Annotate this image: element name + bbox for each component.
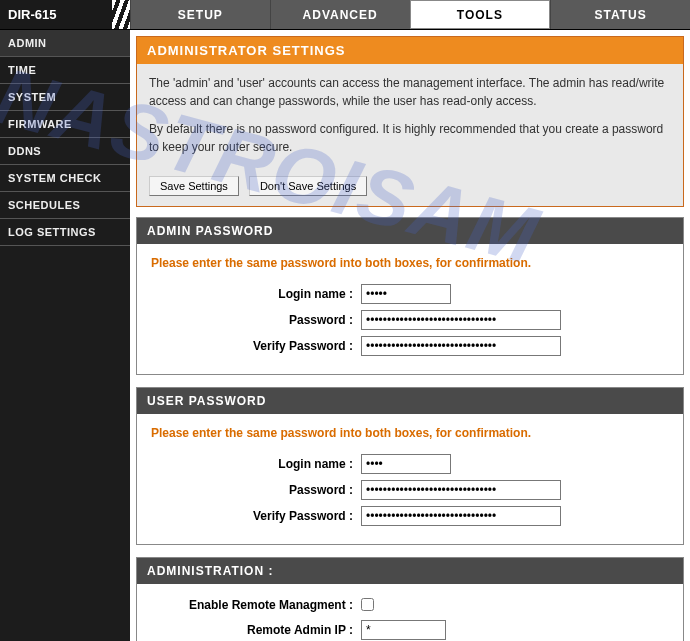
intro-body: The 'admin' and 'user' accounts can acce…	[137, 64, 683, 176]
enable-remote-label: Enable Remote Managment :	[151, 598, 361, 612]
admin-password-title: ADMIN PASSWORD	[137, 218, 683, 244]
user-login-label: Login name :	[151, 457, 361, 471]
admin-password-section: ADMIN PASSWORD Please enter the same pas…	[136, 217, 684, 375]
admin-login-label: Login name :	[151, 287, 361, 301]
sidebar-item-system-check[interactable]: SYSTEM CHECK	[0, 165, 130, 192]
intro-paragraph-1: The 'admin' and 'user' accounts can acce…	[149, 74, 671, 110]
sidebar-item-time[interactable]: TIME	[0, 57, 130, 84]
content: ADMINISTRATOR SETTINGS The 'admin' and '…	[130, 30, 690, 641]
top-bar: DIR-615 SETUP ADVANCED TOOLS STATUS	[0, 0, 690, 30]
admin-password-input[interactable]	[361, 310, 561, 330]
user-password-input[interactable]	[361, 480, 561, 500]
user-verify-input[interactable]	[361, 506, 561, 526]
sidebar-item-log-settings[interactable]: LOG SETTINGS	[0, 219, 130, 246]
remote-ip-input[interactable]	[361, 620, 446, 640]
user-password-section: USER PASSWORD Please enter the same pass…	[136, 387, 684, 545]
sidebar-item-schedules[interactable]: SCHEDULES	[0, 192, 130, 219]
user-password-title: USER PASSWORD	[137, 388, 683, 414]
sidebar-item-admin[interactable]: ADMIN	[0, 30, 130, 57]
sidebar-item-firmware[interactable]: FIRMWARE	[0, 111, 130, 138]
admin-verify-label: Verify Password :	[151, 339, 361, 353]
administration-section: ADMINISTRATION : Enable Remote Managment…	[136, 557, 684, 641]
administration-title: ADMINISTRATION :	[137, 558, 683, 584]
user-login-input[interactable]	[361, 454, 451, 474]
tab-status[interactable]: STATUS	[550, 0, 690, 29]
admin-login-input[interactable]	[361, 284, 451, 304]
user-password-label: Password :	[151, 483, 361, 497]
sidebar-item-system[interactable]: SYSTEM	[0, 84, 130, 111]
tab-setup[interactable]: SETUP	[130, 0, 270, 29]
tab-tools[interactable]: TOOLS	[410, 0, 551, 29]
admin-password-label: Password :	[151, 313, 361, 327]
sidebar: ADMIN TIME SYSTEM FIRMWARE DDNS SYSTEM C…	[0, 30, 130, 641]
nav-tabs: SETUP ADVANCED TOOLS STATUS	[130, 0, 690, 29]
admin-password-instruction: Please enter the same password into both…	[151, 256, 669, 270]
sidebar-item-ddns[interactable]: DDNS	[0, 138, 130, 165]
tab-advanced[interactable]: ADVANCED	[270, 0, 410, 29]
save-settings-button[interactable]: Save Settings	[149, 176, 239, 196]
intro-paragraph-2: By default there is no password configur…	[149, 120, 671, 156]
user-password-instruction: Please enter the same password into both…	[151, 426, 669, 440]
intro-panel: ADMINISTRATOR SETTINGS The 'admin' and '…	[136, 36, 684, 207]
enable-remote-checkbox[interactable]	[361, 598, 374, 611]
model-label: DIR-615	[0, 0, 130, 29]
user-verify-label: Verify Password :	[151, 509, 361, 523]
intro-title: ADMINISTRATOR SETTINGS	[137, 37, 683, 64]
dont-save-settings-button[interactable]: Don't Save Settings	[249, 176, 367, 196]
remote-ip-label: Remote Admin IP :	[151, 623, 361, 637]
admin-verify-input[interactable]	[361, 336, 561, 356]
